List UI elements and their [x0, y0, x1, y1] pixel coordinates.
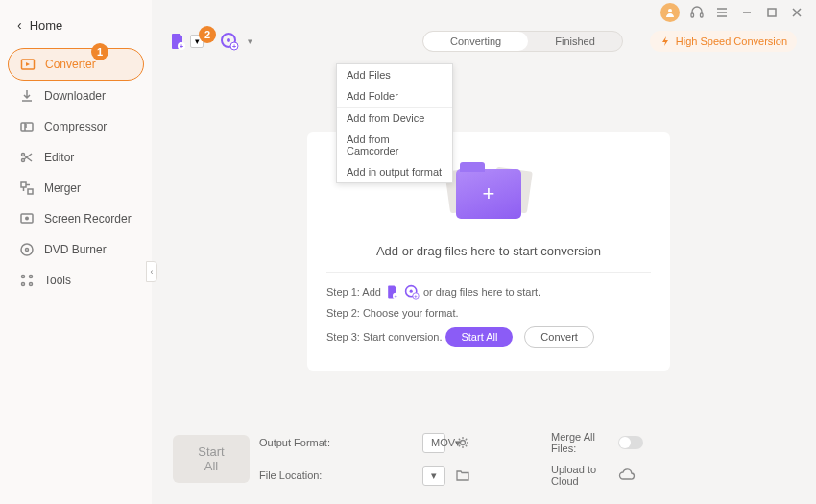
chevron-down-icon: ▾: [431, 469, 437, 482]
add-file-mini-icon: +: [385, 284, 400, 300]
sidebar-item-compressor[interactable]: Compressor: [8, 111, 144, 142]
converter-icon: [20, 57, 36, 72]
add-file-icon[interactable]: +: [167, 31, 188, 52]
download-icon: [19, 88, 35, 104]
start-all-button-inline[interactable]: Start All: [445, 327, 513, 347]
output-format-select[interactable]: MOV▾: [422, 433, 445, 453]
sidebar-item-screen-recorder[interactable]: Screen Recorder: [8, 204, 144, 234]
step-badge-2: 2: [199, 26, 216, 43]
sidebar-item-label: Compressor: [44, 120, 107, 133]
titlebar: [152, 0, 816, 25]
convert-button[interactable]: Convert: [524, 326, 594, 348]
sidebar-item-label: Converter: [45, 58, 96, 71]
toolbar: + 2 ▾ + ▾ Converting Finished High Speed…: [152, 25, 816, 58]
step-2: Step 2: Choose your format.: [326, 307, 651, 319]
svg-rect-15: [691, 13, 694, 17]
open-folder-icon[interactable]: [455, 468, 541, 483]
high-speed-label: High Speed Conversion: [676, 36, 787, 47]
minimize-icon[interactable]: [739, 5, 755, 20]
svg-point-9: [26, 249, 29, 252]
svg-text:+: +: [232, 43, 236, 50]
merge-files-toggle[interactable]: [618, 436, 643, 449]
step-1: Step 1: Add + + or drag files here to st…: [326, 284, 651, 300]
svg-text:+: +: [180, 43, 183, 50]
maximize-icon[interactable]: [764, 5, 780, 20]
merger-icon: [19, 180, 35, 196]
add-files-group: + 2 ▾: [167, 31, 204, 52]
content-area: + Add or drag files here to start conver…: [152, 58, 816, 423]
folder-icon: +: [456, 169, 521, 219]
cloud-icon[interactable]: [618, 468, 785, 482]
svg-point-7: [25, 217, 29, 221]
svg-rect-16: [701, 13, 704, 17]
headset-icon[interactable]: [689, 5, 705, 20]
dropdown-add-in-output-format[interactable]: Add in output format: [337, 161, 452, 182]
add-dropdown-menu: Add Files Add Folder Add from Device Add…: [336, 63, 453, 183]
sidebar-item-label: DVD Burner: [44, 243, 107, 256]
add-dvd-mini-icon: +: [404, 284, 420, 300]
settings-icon[interactable]: [455, 435, 541, 450]
scissors-icon: [19, 150, 35, 165]
sidebar-title: Home: [30, 18, 63, 33]
sidebar-item-merger[interactable]: Merger: [8, 173, 144, 204]
dropdown-add-from-device[interactable]: Add from Device: [337, 107, 452, 129]
sidebar-item-label: Merger: [44, 181, 81, 195]
sidebar-item-label: Downloader: [44, 89, 106, 103]
merge-files-label: Merge All Files:: [551, 431, 609, 454]
dvd-dropdown-toggle[interactable]: ▾: [248, 36, 252, 46]
svg-point-21: [227, 38, 230, 42]
close-icon[interactable]: [789, 5, 804, 20]
dropdown-add-files[interactable]: Add Files: [337, 64, 452, 85]
svg-point-27: [409, 290, 412, 293]
svg-rect-5: [28, 189, 33, 194]
svg-rect-4: [21, 182, 26, 187]
output-format-label: Output Format:: [259, 437, 413, 448]
sidebar-header: ‹ Home: [8, 12, 144, 48]
tab-converting[interactable]: Converting: [423, 32, 528, 51]
user-avatar-icon[interactable]: [660, 3, 680, 22]
svg-point-10: [22, 276, 25, 278]
svg-point-8: [21, 244, 33, 255]
sidebar-item-label: Screen Recorder: [44, 212, 132, 226]
dropdown-add-folder[interactable]: Add Folder: [337, 85, 452, 107]
compressor-icon: [19, 119, 35, 134]
plus-icon: +: [483, 181, 495, 206]
sidebar-item-dvd-burner[interactable]: DVD Burner: [8, 234, 144, 265]
sidebar-item-label: Tools: [44, 274, 71, 287]
start-all-button[interactable]: Start All: [173, 435, 250, 483]
sidebar-item-tools[interactable]: Tools: [8, 265, 144, 296]
sidebar-item-editor[interactable]: Editor: [8, 142, 144, 173]
svg-point-14: [668, 9, 672, 12]
svg-rect-17: [768, 9, 776, 16]
disc-icon: [19, 242, 35, 257]
step-badge-1: 1: [91, 43, 108, 60]
sidebar: ‹ Home 1 Converter Downloader Compressor…: [0, 0, 152, 504]
high-speed-badge[interactable]: High Speed Conversion: [650, 31, 797, 52]
steps-panel: Step 1: Add + + or drag files here to st…: [326, 284, 651, 355]
bottom-bar: Output Format: MOV▾ Merge All Files: Sta…: [152, 423, 816, 504]
lightning-icon: [660, 36, 671, 47]
menu-icon[interactable]: [714, 5, 730, 20]
svg-point-12: [22, 283, 25, 286]
status-tabs: Converting Finished: [422, 31, 623, 52]
file-location-label: File Location:: [259, 469, 413, 481]
folder-illustration: +: [445, 161, 532, 227]
dropzone-text: Add or drag files here to start conversi…: [376, 244, 601, 258]
add-dvd-icon[interactable]: +: [219, 31, 240, 52]
add-dropdown-toggle[interactable]: 2 ▾: [190, 35, 204, 48]
main-area: + 2 ▾ + ▾ Converting Finished High Speed…: [152, 0, 816, 504]
svg-point-11: [30, 276, 33, 278]
svg-point-13: [30, 283, 33, 286]
sidebar-item-label: Editor: [44, 151, 74, 164]
sidebar-item-downloader[interactable]: Downloader: [8, 81, 144, 111]
sidebar-collapse-handle[interactable]: ‹: [146, 261, 157, 282]
tab-finished[interactable]: Finished: [528, 32, 622, 51]
screen-recorder-icon: [19, 211, 35, 227]
upload-cloud-label: Upload to Cloud: [551, 464, 609, 487]
step-3: Step 3: Start conversion. Start All Conv…: [326, 326, 651, 348]
file-location-select[interactable]: D:\Wondershare UniConverter 1▾: [422, 466, 445, 486]
dropdown-add-from-camcorder[interactable]: Add from Camcorder: [337, 129, 452, 161]
sidebar-item-converter[interactable]: Converter: [8, 48, 144, 81]
svg-point-30: [461, 441, 466, 445]
back-button[interactable]: ‹: [17, 17, 22, 33]
